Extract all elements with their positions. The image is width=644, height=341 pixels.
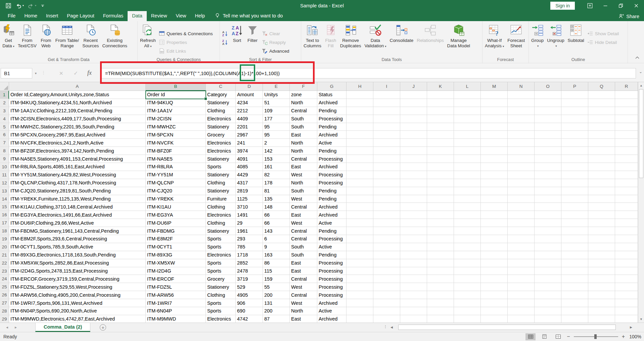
cell-I7[interactable] [373,139,400,147]
cell-F4[interactable]: South [290,115,317,123]
cell-A18[interactable]: ITM-FBDMG,Stationery,1961,143,Central,Pe… [9,227,146,235]
row-header-17[interactable]: 17 [0,219,9,227]
cell-J24[interactable] [400,275,427,283]
cell-N29[interactable] [508,315,535,323]
cell-C28[interactable]: Sports [206,307,236,315]
cell-B27[interactable]: ITM-1WRI7 [146,299,206,307]
cell-I13[interactable] [373,187,400,195]
cell-L5[interactable] [454,123,481,131]
cell-O16[interactable] [535,211,561,219]
row-header-29[interactable]: 29 [0,315,9,323]
cell-J27[interactable] [400,299,427,307]
cell-Q6[interactable] [588,131,615,139]
column-header-k[interactable]: K [427,82,454,91]
row-header-22[interactable]: 22 [0,259,9,267]
cell-E3[interactable]: 109 [263,107,290,115]
cell-O11[interactable] [535,171,561,179]
cell-O10[interactable] [535,163,561,171]
cell-Q13[interactable] [588,187,615,195]
cell-R22[interactable] [615,259,638,267]
cell-B1[interactable]: Order Id [146,91,206,99]
cell-B15[interactable]: ITM-KI1AU [146,203,206,211]
cell-H12[interactable] [347,179,373,187]
cell-L10[interactable] [454,163,481,171]
advanced-filter-button[interactable]: Advanced [260,47,291,55]
cell-E7[interactable]: 2 [263,139,290,147]
cell-O15[interactable] [535,203,561,211]
cell-B14[interactable]: ITM-YREKK [146,195,206,203]
cell-Q1[interactable] [588,91,615,99]
cell-Q29[interactable] [588,315,615,323]
column-header-b[interactable]: B [146,82,206,91]
cell-K15[interactable] [427,203,454,211]
cell-H5[interactable] [347,123,373,131]
relationships-button[interactable]: Relationships [415,22,445,43]
cell-E14[interactable]: 135 [263,195,290,203]
cell-P5[interactable] [561,123,588,131]
data-validation-button[interactable]: DataValidation▾ [363,22,388,49]
from-table-range-button[interactable]: From Table/Range [54,22,81,49]
cell-M28[interactable] [481,307,508,315]
sheet-nav-left-icon[interactable]: ◂ [6,325,8,330]
cell-Q24[interactable] [588,275,615,283]
cell-G13[interactable]: Pending [317,187,347,195]
cell-N1[interactable] [508,91,535,99]
ribbon-tab-review[interactable]: Review [147,11,172,21]
cell-H29[interactable] [347,315,373,323]
cell-O17[interactable] [535,219,561,227]
cell-K14[interactable] [427,195,454,203]
cell-E21[interactable]: 163 [263,251,290,259]
cell-D25[interactable]: 529 [236,283,263,291]
cell-N18[interactable] [508,227,535,235]
scroll-left-icon[interactable]: ◀ [390,326,393,329]
cell-I28[interactable] [373,307,400,315]
group-button[interactable]: Group▾ [530,22,545,49]
cell-C5[interactable]: Stationery [206,123,236,131]
cell-K2[interactable] [427,99,454,107]
cell-H22[interactable] [347,259,373,267]
cell-M4[interactable] [481,115,508,123]
cell-D18[interactable]: 1961 [236,227,263,235]
sort-ascending-button[interactable]: AZ [221,29,229,38]
cell-E11[interactable]: 82 [263,171,290,179]
cell-E26[interactable]: 200 [263,291,290,299]
cell-H25[interactable] [347,283,373,291]
cell-G5[interactable]: Pending [317,123,347,131]
cell-K21[interactable] [427,251,454,259]
cell-L14[interactable] [454,195,481,203]
cell-O18[interactable] [535,227,561,235]
cell-P15[interactable] [561,203,588,211]
column-header-f[interactable]: F [290,82,317,91]
cell-O20[interactable] [535,243,561,251]
column-header-d[interactable]: D [236,82,263,91]
row-header-2[interactable]: 2 [0,99,9,107]
cell-Q12[interactable] [588,179,615,187]
cell-R3[interactable] [615,107,638,115]
cell-I15[interactable] [373,203,400,211]
cell-G8[interactable]: Pending [317,147,347,155]
cell-A11[interactable]: ITM-YY51M,Stationery,4429,82,West,Proces… [9,171,146,179]
cell-F5[interactable]: South [290,123,317,131]
cell-J5[interactable] [400,123,427,131]
cell-C21[interactable]: Electronics [206,251,236,259]
ribbon-tab-home[interactable]: Home [20,11,42,21]
cell-N20[interactable] [508,243,535,251]
cell-N5[interactable] [508,123,535,131]
cell-F21[interactable]: South [290,251,317,259]
cell-L1[interactable] [454,91,481,99]
cell-E12[interactable]: 178 [263,179,290,187]
cell-Q19[interactable] [588,235,615,243]
cell-A21[interactable]: ITM-89X3G,Electronics,1718,163,South,Pen… [9,251,146,259]
cell-A16[interactable]: ITM-EG3YA,Electronics,1491,66,East,Archi… [9,211,146,219]
row-header-7[interactable]: 7 [0,139,9,147]
normal-view-icon[interactable] [525,333,536,340]
cell-R27[interactable] [615,299,638,307]
cell-P29[interactable] [561,315,588,323]
cell-K18[interactable] [427,227,454,235]
cell-M29[interactable] [481,315,508,323]
reapply-filter-button[interactable]: Reapply [260,38,291,47]
cell-P13[interactable] [561,187,588,195]
row-header-27[interactable]: 27 [0,299,9,307]
cell-O26[interactable] [535,291,561,299]
cell-N22[interactable] [508,259,535,267]
